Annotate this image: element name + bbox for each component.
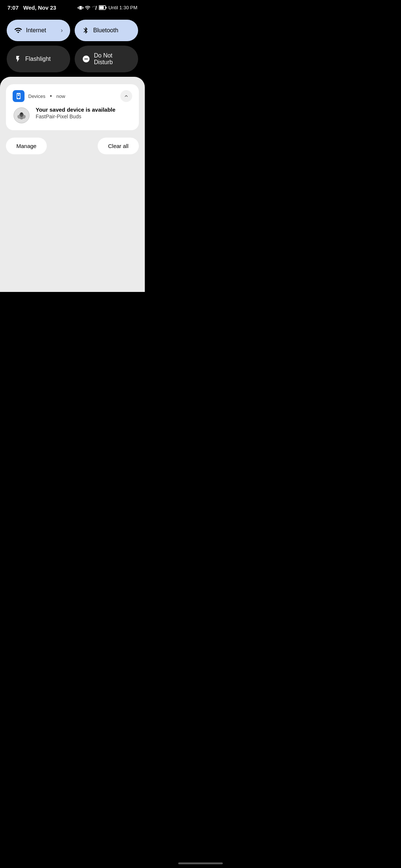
svg-rect-5: [18, 95, 20, 96]
dnd-tile[interactable]: Do Not Disturb: [75, 46, 138, 72]
notif-separator: •: [50, 93, 52, 99]
pixel-buds-icon: [13, 106, 30, 124]
svg-point-9: [20, 112, 23, 115]
internet-tile[interactable]: Internet ›: [7, 20, 70, 41]
notification-card-fastpair[interactable]: Devices • now: [6, 84, 139, 130]
notif-collapse-button[interactable]: [120, 90, 132, 102]
internet-label: Internet: [26, 27, 46, 34]
wifi-icon: [14, 26, 22, 34]
devices-app-icon: [13, 90, 25, 102]
notification-body: Your saved device is available FastPair-…: [13, 106, 132, 124]
svg-rect-3: [99, 6, 104, 9]
notif-app-name: Devices: [28, 93, 45, 99]
status-icons: [78, 5, 107, 11]
svg-rect-4: [105, 7, 107, 9]
dnd-icon: [82, 55, 90, 63]
flashlight-tile[interactable]: Flashlight: [7, 46, 70, 72]
wifi-status-icon: [85, 5, 91, 11]
bluetooth-icon: [82, 26, 89, 34]
status-bar: 7:07 Wed, Nov 23: [0, 0, 145, 14]
notif-description: FastPair-Pixel Buds: [36, 114, 115, 119]
flashlight-icon: [14, 55, 22, 63]
notif-title: Your saved device is available: [36, 106, 115, 113]
quick-settings: Internet › Bluetooth Flashlight Do Not D…: [0, 14, 145, 77]
signal-icon: [92, 5, 98, 11]
action-buttons: Manage Clear all: [6, 136, 139, 157]
dnd-label: Do Not Disturb: [94, 52, 131, 66]
bluetooth-tile[interactable]: Bluetooth: [75, 20, 138, 41]
bluetooth-label: Bluetooth: [93, 27, 118, 34]
vibrate-icon: [78, 5, 84, 11]
notification-header-left: Devices • now: [13, 90, 65, 102]
status-right: Until 1:30 PM: [78, 5, 137, 11]
notif-time: now: [56, 93, 65, 99]
notif-content: Your saved device is available FastPair-…: [36, 106, 115, 119]
battery-icon: [99, 5, 107, 10]
clear-all-button[interactable]: Clear all: [98, 138, 139, 154]
notification-header: Devices • now: [13, 90, 132, 102]
battery-label: Until 1:30 PM: [108, 5, 137, 10]
status-time: 7:07: [7, 4, 19, 11]
status-date: Wed, Nov 23: [23, 4, 56, 11]
chevron-right-icon: ›: [61, 27, 63, 34]
status-time-date: 7:07 Wed, Nov 23: [7, 4, 56, 11]
notification-area: Devices • now: [0, 77, 145, 292]
manage-button[interactable]: Manage: [6, 138, 47, 154]
flashlight-label: Flashlight: [25, 56, 50, 62]
